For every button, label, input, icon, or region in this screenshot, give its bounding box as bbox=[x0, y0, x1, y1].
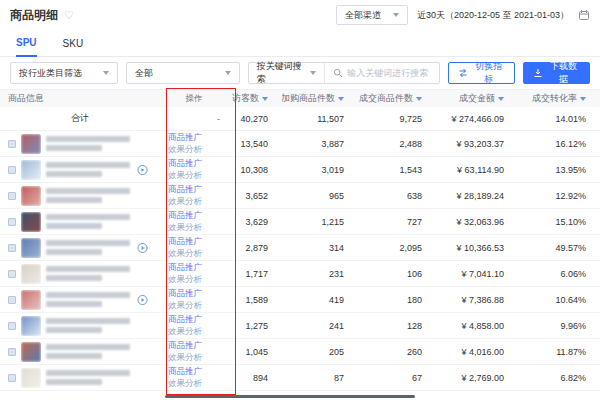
column-header-4[interactable]: 成交商品件数 bbox=[358, 92, 436, 105]
favorite-heart-icon[interactable]: ♡ bbox=[64, 9, 74, 22]
table-row: 商品推广效果分析3,6291,215727¥ 32,063.9615.10% bbox=[0, 209, 600, 235]
product-name-blurred bbox=[46, 344, 130, 359]
effect-analysis-link[interactable]: 效果分析 bbox=[168, 248, 228, 259]
row-checkbox[interactable] bbox=[8, 218, 16, 226]
product-cell bbox=[0, 157, 160, 182]
horizontal-scrollbar-thumb[interactable] bbox=[165, 395, 415, 398]
product-promotion-link[interactable]: 商品推广 bbox=[168, 236, 228, 247]
table-row: 商品推广效果分析1,717231106¥ 7,041.106.06% bbox=[0, 261, 600, 287]
sort-caret-icon[interactable] bbox=[498, 97, 504, 101]
row-checkbox[interactable] bbox=[8, 166, 16, 174]
product-name-line bbox=[46, 353, 102, 359]
switch-metrics-button[interactable]: 切换指标 bbox=[448, 62, 515, 84]
conversion-rate-cell: 15.10% bbox=[518, 217, 600, 227]
visitors-cell: 1,045 bbox=[228, 347, 282, 357]
product-name-line bbox=[46, 379, 102, 385]
scope-filter-dropdown[interactable]: 全部 bbox=[126, 62, 240, 84]
row-checkbox[interactable] bbox=[8, 348, 16, 356]
product-promotion-link[interactable]: 商品推广 bbox=[168, 314, 228, 325]
effect-analysis-link[interactable]: 效果分析 bbox=[168, 170, 228, 181]
row-checkbox[interactable] bbox=[8, 374, 16, 382]
table-row: 商品推广效果分析1,275241128¥ 4,858.009.96% bbox=[0, 313, 600, 339]
keyword-type-dropdown[interactable]: 按关键词搜索 bbox=[249, 60, 325, 86]
add-cart-count-cell: 205 bbox=[282, 347, 358, 357]
promotion-cell: 商品推广效果分析 bbox=[160, 210, 228, 232]
row-checkbox[interactable] bbox=[8, 192, 16, 200]
effect-analysis-link[interactable]: 效果分析 bbox=[168, 196, 228, 207]
effect-analysis-link[interactable]: 效果分析 bbox=[168, 352, 228, 363]
video-icon bbox=[137, 242, 148, 253]
column-header-1[interactable]: 操作 bbox=[160, 93, 228, 105]
add-cart-count-cell: 3,887 bbox=[282, 139, 358, 149]
product-name-blurred bbox=[46, 162, 130, 177]
tab-sku[interactable]: SKU bbox=[63, 38, 84, 56]
page-title: 商品明细 bbox=[10, 7, 58, 24]
product-promotion-link[interactable]: 商品推广 bbox=[168, 340, 228, 351]
column-header-2[interactable]: 访客数 bbox=[228, 92, 282, 105]
table-row: 商品推广效果分析8948767¥ 2,769.006.82% bbox=[0, 365, 600, 391]
product-thumbnail bbox=[21, 342, 41, 362]
product-name-line bbox=[46, 275, 102, 281]
effect-analysis-link[interactable]: 效果分析 bbox=[168, 274, 228, 285]
summary-action-cell: - bbox=[160, 114, 228, 124]
product-name-blurred bbox=[46, 214, 130, 229]
chevron-down-icon bbox=[393, 13, 399, 17]
tab-spu[interactable]: SPU bbox=[16, 37, 37, 57]
product-image-blurred bbox=[21, 316, 41, 336]
column-header-5[interactable]: 成交金额 bbox=[436, 92, 518, 105]
product-promotion-link[interactable]: 商品推广 bbox=[168, 158, 228, 169]
effect-analysis-link[interactable]: 效果分析 bbox=[168, 378, 228, 389]
visitors-cell: 10,308 bbox=[228, 165, 282, 175]
product-name-blurred bbox=[46, 292, 130, 307]
effect-analysis-link[interactable]: 效果分析 bbox=[168, 326, 228, 337]
sort-caret-icon[interactable] bbox=[338, 97, 344, 101]
column-header-0[interactable]: 商品信息 bbox=[0, 92, 160, 105]
product-promotion-link[interactable]: 商品推广 bbox=[168, 262, 228, 273]
sort-caret-icon[interactable] bbox=[416, 97, 422, 101]
effect-analysis-link[interactable]: 效果分析 bbox=[168, 222, 228, 233]
visitors-cell: 3,629 bbox=[228, 217, 282, 227]
category-filter-dropdown[interactable]: 按行业类目筛选 bbox=[10, 62, 118, 84]
product-promotion-link[interactable]: 商品推广 bbox=[168, 288, 228, 299]
column-header-6[interactable]: 成交转化率 bbox=[518, 92, 600, 105]
download-data-button[interactable]: 下载数据 bbox=[523, 62, 590, 84]
effect-analysis-link[interactable]: 效果分析 bbox=[168, 144, 228, 155]
effect-analysis-link[interactable]: 效果分析 bbox=[168, 300, 228, 311]
product-cell bbox=[0, 131, 160, 156]
channel-dropdown[interactable]: 全部渠道 bbox=[336, 5, 408, 25]
sort-caret-icon[interactable] bbox=[262, 97, 268, 101]
product-cell bbox=[0, 339, 160, 364]
deal-count-cell: 2,488 bbox=[358, 139, 436, 149]
product-promotion-link[interactable]: 商品推广 bbox=[168, 210, 228, 221]
visitors-cell: 2,879 bbox=[228, 243, 282, 253]
row-checkbox[interactable] bbox=[8, 140, 16, 148]
download-icon bbox=[533, 68, 543, 78]
product-name-line bbox=[46, 240, 130, 246]
visitors-cell: 894 bbox=[228, 373, 282, 383]
visitors-cell: 1,717 bbox=[228, 269, 282, 279]
product-promotion-link[interactable]: 商品推广 bbox=[168, 366, 228, 377]
visitors-cell: 1,589 bbox=[228, 295, 282, 305]
add-cart-count-cell: 3,019 bbox=[282, 165, 358, 175]
column-header-3[interactable]: 加购商品件数 bbox=[282, 92, 358, 105]
product-cell bbox=[0, 287, 160, 312]
conversion-rate-cell: 6.06% bbox=[518, 269, 600, 279]
deal-count-cell: 180 bbox=[358, 295, 436, 305]
product-name-line bbox=[46, 301, 102, 307]
product-name-blurred bbox=[46, 136, 130, 151]
row-checkbox[interactable] bbox=[8, 244, 16, 252]
search-input[interactable] bbox=[347, 68, 431, 78]
calendar-icon[interactable] bbox=[578, 9, 590, 21]
add-cart-count-cell: 314 bbox=[282, 243, 358, 253]
product-promotion-link[interactable]: 商品推广 bbox=[168, 132, 228, 143]
row-checkbox[interactable] bbox=[8, 322, 16, 330]
product-name-line bbox=[46, 327, 102, 333]
product-image-blurred bbox=[21, 368, 41, 388]
row-checkbox[interactable] bbox=[8, 270, 16, 278]
table-row: 商品推广效果分析2,8793142,095¥ 10,366.5349.57% bbox=[0, 235, 600, 261]
product-name-line bbox=[46, 223, 102, 229]
sort-caret-icon[interactable] bbox=[580, 97, 586, 101]
row-checkbox[interactable] bbox=[8, 296, 16, 304]
amount-cell: ¥ 4,016.00 bbox=[436, 347, 518, 357]
product-promotion-link[interactable]: 商品推广 bbox=[168, 184, 228, 195]
